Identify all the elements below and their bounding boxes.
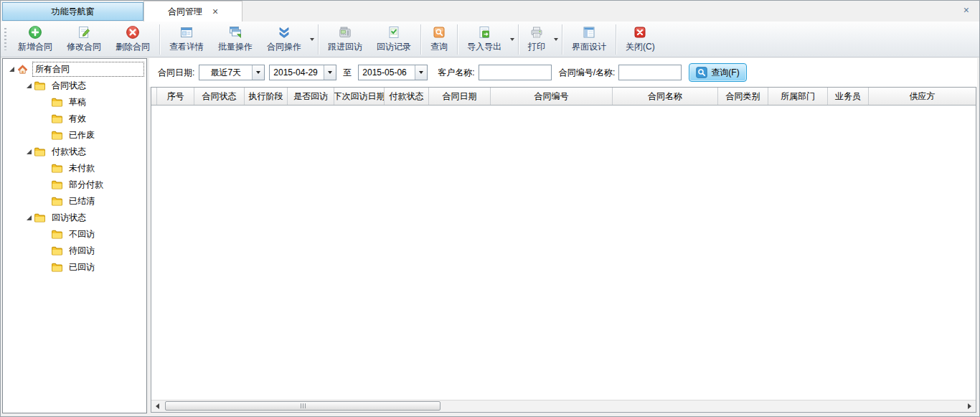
expander-icon[interactable]	[24, 83, 34, 88]
tree-node-label: 已作废	[67, 128, 97, 142]
tree-node-label: 付款状态	[50, 145, 88, 159]
expander-icon[interactable]	[24, 149, 34, 154]
chevron-down-icon[interactable]	[415, 65, 427, 80]
date-range-preset-combo[interactable]: 最近7天	[199, 65, 265, 80]
view-details-button[interactable]: 查看详情	[162, 23, 211, 56]
tabstrip-close-icon[interactable]: ×	[963, 5, 969, 15]
tree-node-no-visit[interactable]: 不回访	[3, 226, 146, 243]
add-contract-label: 新增合同	[18, 41, 52, 53]
toolbar-separator	[457, 24, 458, 55]
query-button[interactable]: 查询	[423, 23, 455, 56]
folder-icon	[51, 113, 64, 125]
delete-contract-button[interactable]: 删除合同	[108, 23, 157, 56]
column-header-next-visit-date[interactable]: 下次回访日期	[334, 88, 385, 105]
tree-node-voided[interactable]: 已作废	[3, 127, 146, 144]
column-header-supplier[interactable]: 供应方	[869, 88, 976, 105]
column-header-salesperson[interactable]: 业务员	[828, 88, 869, 105]
tab-close-icon[interactable]: ×	[212, 6, 218, 17]
contract-operations-dropdown-icon[interactable]	[308, 22, 316, 57]
column-header-contract-category[interactable]: 合同类别	[718, 88, 768, 105]
tree-node-label: 有效	[67, 112, 88, 126]
edit-contract-button[interactable]: 修改合同	[60, 23, 108, 56]
contract-management-window: 功能导航窗 合同管理 × × 新增合同 修改合同 删除合同	[0, 0, 980, 417]
column-header-contract-status[interactable]: 合同状态	[194, 88, 245, 105]
contract-operations-button[interactable]: 合同操作	[260, 23, 308, 56]
column-header-seq[interactable]: 序号	[157, 88, 194, 105]
tree-node-label: 不回访	[67, 228, 97, 241]
folder-icon	[51, 179, 64, 191]
double-chevron-down-icon	[277, 25, 291, 39]
print-label: 打印	[528, 41, 545, 53]
followup-visit-button[interactable]: 跟进回访	[321, 23, 369, 56]
import-export-dropdown-icon[interactable]	[509, 22, 516, 57]
add-contract-button[interactable]: 新增合同	[11, 23, 60, 56]
date-from-combo[interactable]: 2015-04-29	[269, 65, 336, 80]
chevron-down-icon[interactable]	[324, 65, 336, 80]
add-icon	[28, 25, 42, 39]
close-label: 关闭(C)	[626, 41, 655, 53]
batch-operations-button[interactable]: 批量操作	[211, 23, 260, 56]
column-header-visit-flag[interactable]: 是否回访	[288, 88, 334, 105]
tree-node-pending-visit[interactable]: 待回访	[3, 243, 146, 259]
tree-node-draft[interactable]: 草稿	[3, 94, 146, 111]
folder-icon	[51, 97, 64, 108]
folder-icon	[51, 262, 64, 273]
folder-icon	[34, 80, 47, 92]
column-header-department[interactable]: 所属部门	[768, 88, 828, 105]
record-icon	[387, 25, 401, 39]
print-button[interactable]: 打印	[521, 23, 552, 56]
import-export-button[interactable]: 导入导出	[460, 23, 509, 56]
scrollbar-thumb[interactable]	[165, 401, 440, 411]
column-header-contract-name[interactable]: 合同名称	[613, 88, 718, 105]
contract-operations-label: 合同操作	[267, 41, 301, 53]
contract-date-label: 合同日期:	[158, 67, 194, 79]
toolbar-grip-handle[interactable]	[4, 28, 6, 50]
tree-node-valid[interactable]: 有效	[3, 111, 146, 127]
search-button[interactable]: 查询(F)	[689, 63, 746, 82]
customer-name-input[interactable]	[479, 65, 552, 80]
phone-icon	[338, 25, 352, 39]
visit-record-button[interactable]: 回访记录	[369, 23, 418, 56]
home-icon	[17, 64, 29, 75]
print-dropdown-icon[interactable]	[552, 22, 560, 57]
tree-node-visited[interactable]: 已回访	[3, 259, 146, 276]
tree-node-partially-paid[interactable]: 部分付款	[3, 177, 146, 193]
horizontal-scrollbar[interactable]	[151, 400, 976, 412]
tree-node-contract-status[interactable]: 合同状态	[3, 78, 146, 94]
column-header-execution-stage[interactable]: 执行阶段	[245, 88, 288, 105]
scroll-right-icon[interactable]	[963, 400, 976, 412]
column-header-payment-status[interactable]: 付款状态	[385, 88, 429, 105]
expander-icon[interactable]	[24, 215, 34, 220]
tree-node-label: 部分付款	[67, 178, 105, 192]
scroll-left-icon[interactable]	[151, 400, 164, 412]
toolbar-separator	[420, 24, 421, 55]
folder-icon	[34, 212, 47, 224]
close-button[interactable]: 关闭(C)	[618, 23, 662, 56]
tree-node-visit-status[interactable]: 回访状态	[3, 210, 146, 226]
tab-contract-management[interactable]: 合同管理 ×	[143, 1, 242, 22]
contract-number-name-label: 合同编号/名称:	[559, 67, 616, 79]
view-details-label: 查看详情	[169, 41, 204, 53]
tree-node-all-contracts[interactable]: 所有合同	[3, 61, 146, 78]
tree-node-unpaid[interactable]: 未付款	[3, 160, 146, 177]
folder-icon	[51, 245, 64, 257]
date-to-combo[interactable]: 2015-05-06	[358, 65, 428, 80]
ui-design-button[interactable]: 界面设计	[565, 23, 613, 56]
toolbar: 新增合同 修改合同 删除合同 查看详情 批量操作	[1, 22, 979, 57]
tree-node-settled[interactable]: 已结清	[3, 193, 146, 210]
date-to-value: 2015-05-06	[359, 65, 415, 80]
folder-icon	[34, 146, 47, 158]
expander-icon[interactable]	[6, 67, 17, 72]
contracts-grid: 序号 合同状态 执行阶段 是否回访 下次回访日期 付款状态 合同日期 合同编号 …	[151, 87, 976, 413]
tree-node-label: 所有合同	[32, 62, 144, 77]
tab-label: 合同管理	[168, 6, 202, 18]
batch-icon	[228, 25, 242, 39]
tree-node-payment-status[interactable]: 付款状态	[3, 144, 146, 160]
chevron-down-icon[interactable]	[252, 65, 264, 80]
column-header-contract-date[interactable]: 合同日期	[429, 88, 491, 105]
column-header-contract-number[interactable]: 合同编号	[491, 88, 613, 105]
contract-number-name-input[interactable]	[618, 65, 682, 80]
tab-function-navigator[interactable]: 功能导航窗	[2, 2, 143, 21]
row-indicator-header	[151, 88, 157, 105]
tree-node-label: 已结清	[67, 195, 97, 208]
